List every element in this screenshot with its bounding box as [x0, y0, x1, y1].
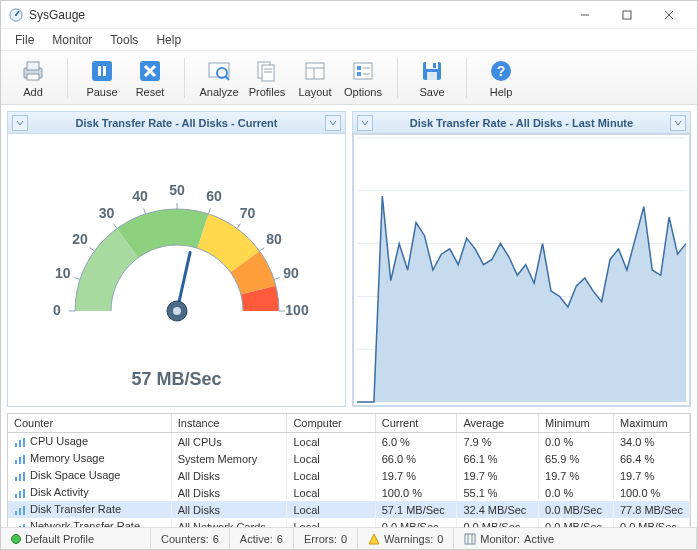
table-row[interactable]: CPU UsageAll CPUsLocal6.0 %7.9 %0.0 %34.…: [8, 433, 690, 451]
svg-line-45: [143, 208, 145, 214]
svg-rect-22: [306, 63, 324, 79]
menu-tools[interactable]: Tools: [102, 31, 146, 49]
chart-icon: [14, 470, 26, 482]
status-active-value: 6: [277, 533, 283, 545]
analyze-button[interactable]: Analyze: [195, 55, 243, 101]
cell: Disk Space Usage: [8, 467, 171, 484]
cell: Disk Transfer Rate: [8, 501, 171, 518]
cell: 19.7 %: [457, 467, 539, 484]
svg-rect-33: [433, 63, 436, 68]
help-label: Help: [490, 86, 513, 98]
svg-text:50: 50: [169, 182, 185, 198]
svg-rect-31: [426, 62, 438, 69]
svg-rect-69: [19, 440, 21, 447]
svg-rect-80: [15, 511, 17, 515]
status-active-label: Active:: [240, 533, 273, 545]
gauge-panel-menu-right[interactable]: [325, 115, 341, 131]
close-button[interactable]: [649, 4, 689, 26]
status-warnings-value: 0: [437, 533, 443, 545]
gauge-panel-menu-left[interactable]: [12, 115, 28, 131]
chart-panel: Disk Transfer Rate - All Disks - Last Mi…: [352, 111, 691, 407]
cell: System Memory: [171, 450, 287, 467]
cell: 77.8 MB/Sec: [613, 501, 689, 518]
printer-icon: [20, 58, 46, 84]
cell: 66.0 %: [375, 450, 457, 467]
chart-panel-menu-right[interactable]: [670, 115, 686, 131]
cell: All Disks: [171, 501, 287, 518]
svg-rect-7: [27, 62, 39, 70]
chart-panel-title: Disk Transfer Rate - All Disks - Last Mi…: [410, 117, 633, 129]
layout-button[interactable]: Layout: [291, 55, 339, 101]
cell: Local: [287, 467, 375, 484]
maximize-icon: [622, 10, 632, 20]
col-maximum[interactable]: Maximum: [613, 414, 689, 433]
svg-rect-72: [19, 457, 21, 464]
svg-rect-68: [15, 443, 17, 447]
profiles-icon: [254, 58, 280, 84]
menu-monitor[interactable]: Monitor: [44, 31, 100, 49]
menu-file[interactable]: File: [7, 31, 42, 49]
pause-icon: [89, 58, 115, 84]
table-row[interactable]: Disk Transfer RateAll DisksLocal57.1 MB/…: [8, 501, 690, 518]
separator: [67, 58, 68, 98]
svg-rect-86: [465, 534, 475, 544]
chart-icon: [14, 436, 26, 448]
separator: [184, 58, 185, 98]
svg-line-51: [236, 223, 240, 228]
save-button[interactable]: Save: [408, 55, 456, 101]
col-average[interactable]: Average: [457, 414, 539, 433]
table-row[interactable]: Memory UsageSystem MemoryLocal66.0 %66.1…: [8, 450, 690, 467]
cell: 55.1 %: [457, 484, 539, 501]
profiles-button[interactable]: Profiles: [243, 55, 291, 101]
status-active: Active: 6: [230, 528, 294, 549]
svg-rect-75: [19, 474, 21, 481]
chart-panel-header: Disk Transfer Rate - All Disks - Last Mi…: [353, 112, 690, 134]
table-row[interactable]: Disk Space UsageAll DisksLocal19.7 %19.7…: [8, 467, 690, 484]
cell: 0.0 %: [539, 484, 614, 501]
reset-button[interactable]: Reset: [126, 55, 174, 101]
cell: All Disks: [171, 467, 287, 484]
col-computer[interactable]: Computer: [287, 414, 375, 433]
menu-help[interactable]: Help: [148, 31, 189, 49]
add-button[interactable]: Add: [9, 55, 57, 101]
cell: 0.0 MB/Sec: [539, 501, 614, 518]
svg-text:0: 0: [53, 302, 61, 318]
svg-text:90: 90: [283, 264, 299, 280]
status-counters-value: 6: [213, 533, 219, 545]
cell: Local: [287, 450, 375, 467]
table-row[interactable]: Disk ActivityAll DisksLocal100.0 %55.1 %…: [8, 484, 690, 501]
status-errors-value: 0: [341, 533, 347, 545]
col-current[interactable]: Current: [375, 414, 457, 433]
col-instance[interactable]: Instance: [171, 414, 287, 433]
svg-rect-71: [15, 460, 17, 464]
svg-text:10: 10: [55, 264, 71, 280]
pause-button[interactable]: Pause: [78, 55, 126, 101]
svg-rect-3: [623, 11, 631, 19]
toolbar: Add Pause Reset Analyze Profiles Layout …: [1, 51, 697, 105]
cell: Local: [287, 501, 375, 518]
col-minimum[interactable]: Minimum: [539, 414, 614, 433]
cell: 66.4 %: [613, 450, 689, 467]
svg-rect-73: [23, 455, 25, 464]
svg-text:60: 60: [206, 187, 222, 203]
svg-line-39: [74, 277, 80, 279]
options-button[interactable]: Options: [339, 55, 387, 101]
col-counter[interactable]: Counter: [8, 414, 171, 433]
cell: 19.7 %: [613, 467, 689, 484]
counters-table-container: Counter Instance Computer Current Averag…: [7, 413, 691, 537]
cell: 7.9 %: [457, 433, 539, 451]
svg-rect-25: [354, 63, 372, 79]
maximize-button[interactable]: [607, 4, 647, 26]
status-monitor-label: Monitor:: [480, 533, 520, 545]
cell: 6.0 %: [375, 433, 457, 451]
chart-panel-menu-left[interactable]: [357, 115, 373, 131]
status-counters: Counters: 6: [151, 528, 230, 549]
panels-row: Disk Transfer Rate - All Disks - Current…: [1, 105, 697, 409]
chevron-down-icon: [329, 119, 337, 127]
gauge-value-label: 57 MB/Sec: [131, 369, 221, 390]
status-counters-label: Counters:: [161, 533, 209, 545]
layout-icon: [302, 58, 328, 84]
help-button[interactable]: ? Help: [477, 55, 525, 101]
svg-rect-82: [23, 506, 25, 515]
minimize-button[interactable]: [565, 4, 605, 26]
